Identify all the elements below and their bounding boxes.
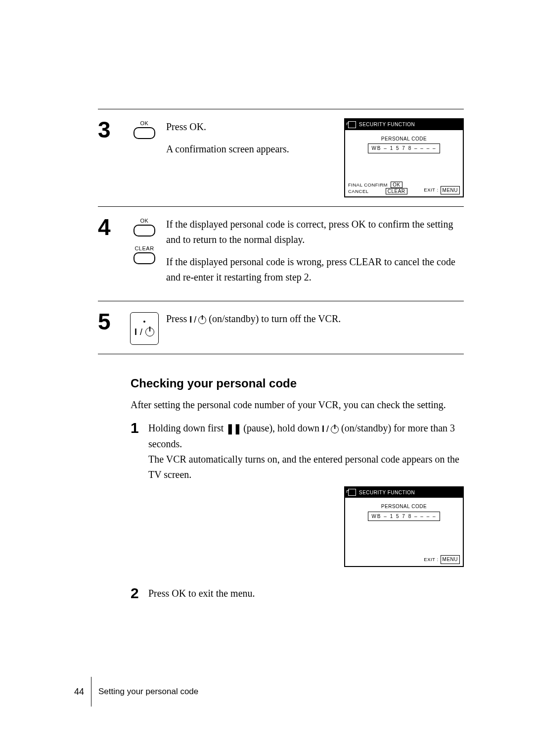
power-glyph-inline: I/ — [189, 313, 206, 327]
osd-exit: EXIT : — [424, 187, 438, 194]
power-glyph-inline: I/ — [322, 423, 339, 436]
osd-clear-box: CLEAR — [386, 188, 407, 194]
button-illustration-ok: OK — [128, 118, 161, 139]
osd-header-icon — [348, 489, 356, 496]
item-num: 2 — [131, 586, 145, 601]
step-5: 5 I/ Press I/ (on/standby) to turn off t… — [98, 301, 464, 354]
item1-a: Holding down first — [148, 423, 226, 433]
chapter-title: Setting your personal code — [98, 687, 198, 697]
osd-cancel: CANCEL — [348, 189, 368, 194]
section-heading: Checking your personal code — [131, 374, 464, 392]
step5-text: Press I/ (on/standby) to turn off the VC… — [166, 311, 464, 327]
power-button-icon: I/ — [130, 312, 159, 345]
osd-code-label: PERSONAL CODE — [381, 135, 427, 143]
osd-title: SECURITY FUNCTION — [359, 489, 415, 497]
osd-code-label: PERSONAL CODE — [381, 503, 427, 511]
step4-para1: If the displayed personal code is correc… — [166, 217, 464, 247]
section-intro: After setting the personal code number o… — [131, 397, 464, 413]
step-4: 4 OK CLEAR If the displayed personal cod… — [98, 207, 464, 301]
power-button-illustration: I/ — [128, 310, 161, 345]
item1-b: (pause), hold down — [241, 423, 322, 433]
step-number: 4 — [98, 216, 123, 238]
step5-before: Press — [166, 313, 189, 324]
clear-label: CLEAR — [134, 245, 154, 251]
osd-final-confirm: FINAL CONFIRM — [348, 182, 388, 188]
section-checking-code: Checking your personal code After settin… — [98, 374, 464, 601]
pause-icon: ❚❚ — [226, 421, 241, 436]
item1-line1: Holding down first ❚❚ (pause), hold down… — [148, 421, 464, 451]
ok-button-icon — [134, 225, 155, 236]
list-item-1: 1 Holding down first ❚❚ (pause), hold do… — [131, 421, 464, 576]
list-item-2: 2 Press OK to exit the menu. — [131, 586, 464, 601]
rule — [98, 354, 464, 354]
ok-button-icon — [134, 127, 155, 139]
osd-ok-box: OK — [391, 182, 402, 188]
osd-screen-confirm: SECURITY FUNCTION PERSONAL CODE WB – 1 5… — [344, 118, 464, 197]
clear-button-icon — [134, 252, 155, 264]
step4-para2: If the displayed personal code is wrong,… — [166, 254, 464, 285]
step3-line2: A confirmation screen appears. — [166, 142, 333, 157]
step-number: 5 — [98, 310, 123, 333]
step-number: 3 — [98, 118, 123, 141]
osd-exit: EXIT : — [424, 556, 438, 564]
osd-code-value: WB – 1 5 7 8 – – – – — [368, 512, 440, 521]
ok-label: OK — [140, 218, 149, 224]
item1-line2: The VCR automatically turns on, and the … — [148, 452, 464, 482]
ok-label: OK — [140, 120, 149, 126]
osd-menu-box: MENU — [441, 186, 460, 195]
footer-divider — [91, 677, 91, 707]
item2-text: Press OK to exit the menu. — [148, 586, 464, 601]
step-3: 3 OK Press OK. A confirmation screen app… — [98, 109, 464, 206]
osd-header-icon — [348, 121, 356, 128]
osd-title: SECURITY FUNCTION — [359, 121, 415, 129]
step5-after: (on/standby) to turn off the VCR. — [209, 313, 341, 324]
osd-code-value: WB – 1 5 7 8 – – – – — [368, 143, 440, 153]
page-number: 44 — [74, 687, 84, 697]
osd-screen-check: SECURITY FUNCTION PERSONAL CODE WB – 1 5… — [344, 486, 464, 567]
osd-menu-box: MENU — [441, 555, 460, 564]
page-footer: 44 Setting your personal code — [74, 677, 198, 707]
step3-line1: Press OK. — [166, 119, 333, 135]
item-num: 1 — [131, 421, 145, 576]
button-illustrations: OK CLEAR — [128, 216, 161, 264]
